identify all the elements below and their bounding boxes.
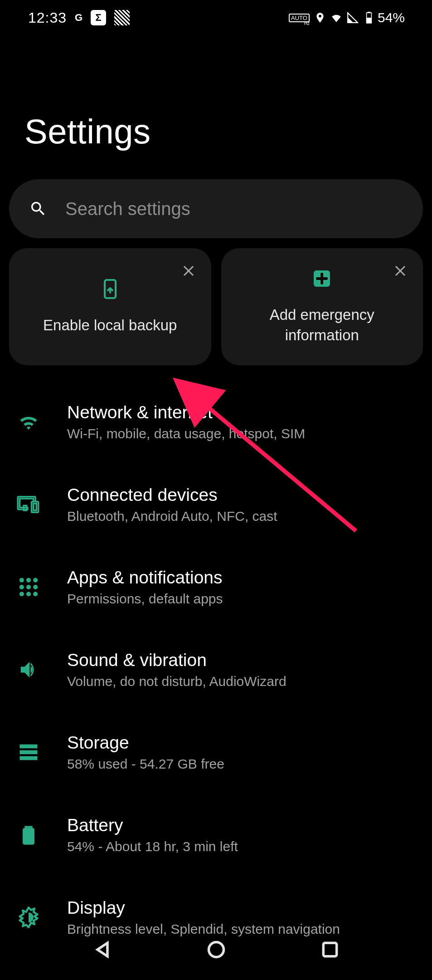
row-storage[interactable]: Storage 58% used - 54.27 GB free [0, 711, 432, 794]
nav-home-button[interactable] [206, 940, 226, 961]
suggestion-cards: Enable local backup Add emergency inform… [9, 248, 423, 365]
close-icon [182, 264, 195, 278]
auto-hz-icon: AUTO [289, 14, 310, 22]
search-settings[interactable]: Search settings [9, 179, 423, 238]
svg-point-6 [26, 578, 31, 583]
signal-icon [347, 12, 359, 24]
svg-point-9 [26, 585, 31, 589]
svg-rect-17 [24, 826, 32, 828]
backup-phone-icon [99, 278, 121, 300]
row-title: Sound & vibration [67, 650, 286, 670]
card-label: Add emergency information [235, 305, 410, 345]
svg-rect-14 [20, 745, 38, 749]
row-network-internet[interactable]: Network & internet Wi-Fi, mobile, data u… [0, 381, 432, 463]
location-icon [314, 12, 326, 24]
row-subtitle: 54% - About 18 hr, 3 min left [67, 839, 238, 854]
card-enable-local-backup[interactable]: Enable local backup [9, 248, 211, 365]
svg-point-10 [33, 585, 38, 589]
svg-point-11 [19, 592, 24, 596]
status-bar: 12:33 G Σ AUTO 54% [0, 0, 432, 35]
row-title: Connected devices [67, 485, 277, 505]
system-nav-bar [0, 921, 432, 980]
settings-list: Network & internet Wi-Fi, mobile, data u… [0, 381, 432, 959]
row-apps-notifications[interactable]: Apps & notifications Permissions, defaul… [0, 546, 432, 628]
recents-square-icon [320, 940, 340, 960]
status-left: 12:33 G Σ [28, 10, 130, 26]
row-subtitle: Bluetooth, Android Auto, NFC, cast [67, 509, 277, 524]
wifi-icon [15, 409, 42, 435]
battery-indicator: 54% [363, 10, 405, 25]
card-dismiss-button[interactable] [390, 261, 410, 281]
card-label: Enable local backup [43, 315, 177, 336]
search-icon [29, 200, 47, 218]
devices-icon [15, 491, 42, 518]
page-title: Settings [0, 35, 432, 151]
battery-icon [15, 822, 42, 848]
back-triangle-icon [92, 940, 112, 960]
nav-recents-button[interactable] [320, 940, 340, 961]
home-circle-icon [206, 940, 226, 960]
nav-back-button[interactable] [92, 940, 112, 961]
svg-rect-16 [20, 756, 38, 760]
svg-point-12 [26, 592, 31, 596]
svg-point-8 [19, 585, 24, 589]
svg-point-20 [209, 942, 223, 957]
row-title: Network & internet [67, 402, 305, 422]
svg-rect-18 [23, 828, 34, 845]
status-right: AUTO 54% [289, 10, 405, 25]
row-subtitle: Volume, do not disturb, AudioWizard [67, 674, 286, 689]
row-subtitle: Permissions, default apps [67, 591, 223, 607]
app-icon [114, 10, 130, 25]
svg-point-13 [33, 592, 38, 596]
wifi-icon [330, 12, 342, 24]
row-title: Battery [67, 815, 238, 835]
google-indicator: G [75, 12, 83, 24]
svg-rect-21 [323, 943, 336, 956]
row-title: Storage [67, 733, 224, 753]
svg-point-7 [33, 578, 38, 583]
row-sound-vibration[interactable]: Sound & vibration Volume, do not disturb… [0, 628, 432, 711]
medical-plus-icon [311, 268, 333, 289]
row-battery[interactable]: Battery 54% - About 18 hr, 3 min left [0, 794, 432, 876]
close-icon [393, 264, 407, 278]
svg-rect-15 [20, 750, 38, 755]
svg-point-5 [19, 578, 24, 583]
card-add-emergency-info[interactable]: Add emergency information [221, 248, 423, 365]
sigma-app-icon: Σ [91, 10, 106, 25]
clock-time: 12:33 [28, 10, 67, 26]
row-title: Display [67, 898, 340, 918]
storage-icon [15, 739, 42, 765]
row-subtitle: 58% used - 54.27 GB free [67, 756, 224, 772]
volume-icon [15, 657, 42, 683]
card-dismiss-button[interactable] [179, 261, 199, 281]
battery-percent: 54% [378, 10, 405, 25]
row-title: Apps & notifications [67, 568, 223, 588]
apps-grid-icon [15, 574, 42, 600]
search-placeholder: Search settings [65, 199, 190, 219]
svg-rect-2 [367, 18, 372, 23]
row-subtitle: Wi-Fi, mobile, data usage, hotspot, SIM [67, 426, 305, 441]
row-connected-devices[interactable]: Connected devices Bluetooth, Android Aut… [0, 463, 432, 546]
